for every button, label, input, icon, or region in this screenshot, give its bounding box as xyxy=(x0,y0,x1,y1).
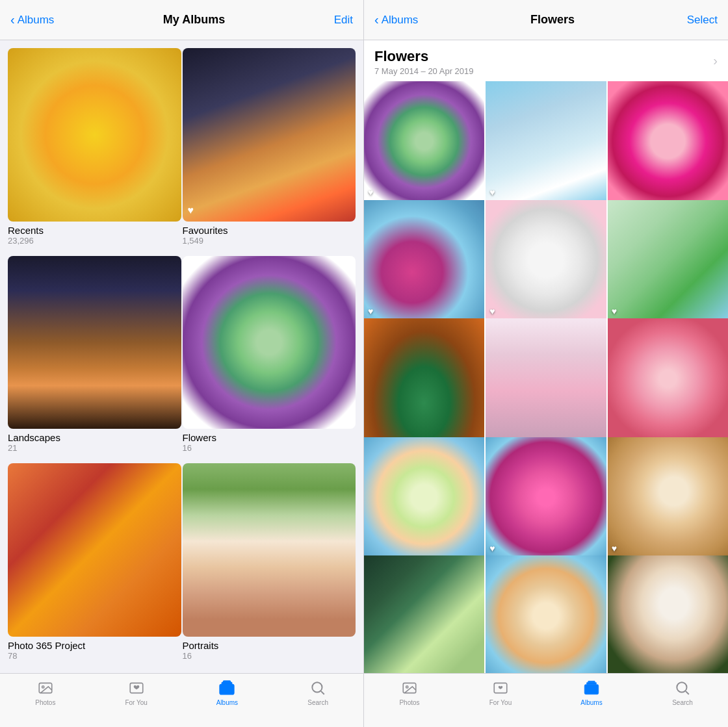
photos-grid: ♥ ♥ ♥ ♥ ♥ ♥ ♥ xyxy=(364,81,728,673)
photo-cell-6[interactable]: ♥ xyxy=(608,200,728,320)
left-nav-title: My Albums xyxy=(163,13,225,27)
search-icon-left xyxy=(309,679,327,697)
heart-icon-p5: ♥ xyxy=(489,306,495,316)
photo-cell-15[interactable] xyxy=(608,555,728,673)
left-back-label: Albums xyxy=(18,14,55,27)
left-tab-photos[interactable]: Photos xyxy=(0,679,91,706)
photo-cell-8[interactable] xyxy=(486,318,606,439)
left-tab-foryou-label: For You xyxy=(125,699,147,706)
right-foryou-icon xyxy=(491,679,510,697)
svg-point-9 xyxy=(406,686,408,688)
album-item-landscapes[interactable]: Landscapes 21 xyxy=(8,256,181,453)
right-chevron-left-icon: ‹ xyxy=(374,12,379,27)
album-thumb-portraits xyxy=(183,463,356,637)
left-tab-albums[interactable]: Albums xyxy=(182,679,273,706)
svg-point-1 xyxy=(42,686,44,688)
svg-line-15 xyxy=(686,691,689,695)
right-tab-foryou-label: For You xyxy=(489,699,512,706)
album-name-landscapes: Landscapes xyxy=(8,432,181,443)
left-tab-albums-label: Albums xyxy=(216,699,238,706)
albums-grid: Recents 23,296 ♥ Favourites 1,549 Landsc… xyxy=(0,40,363,673)
left-tab-search[interactable]: Search xyxy=(272,679,363,706)
album-count-portraits: 16 xyxy=(183,651,356,661)
flowers-chevron-right-icon[interactable]: › xyxy=(713,53,718,68)
right-panel: ‹ Albums Flowers Select Flowers 7 May 20… xyxy=(364,0,728,727)
heart-icon-p6: ♥ xyxy=(612,306,617,316)
right-tab-photos-label: Photos xyxy=(399,699,419,706)
svg-point-6 xyxy=(312,682,322,692)
right-search-icon xyxy=(673,679,692,697)
album-count-favourites: 1,549 xyxy=(183,236,356,246)
heart-icon-p11: ♥ xyxy=(489,543,495,554)
album-item-recents[interactable]: Recents 23,296 xyxy=(8,48,181,246)
svg-rect-3 xyxy=(220,685,235,695)
right-tab-albums[interactable]: Albums xyxy=(546,679,637,706)
heart-icon-p4: ♥ xyxy=(368,306,373,316)
svg-line-7 xyxy=(321,691,324,695)
photo-cell-14[interactable] xyxy=(486,555,606,673)
albums-icon-active xyxy=(218,679,236,697)
album-item-photo365[interactable]: Photo 365 Project 78 xyxy=(8,463,181,661)
right-tab-bar: Photos For You Albums xyxy=(364,673,728,727)
chevron-left-icon: ‹ xyxy=(10,12,15,27)
right-tab-foryou[interactable]: For You xyxy=(455,679,546,706)
photo-cell-11[interactable]: ♥ xyxy=(486,437,606,557)
heart-icon-p2: ♥ xyxy=(489,187,495,198)
photo-cell-9[interactable] xyxy=(608,318,728,439)
photos-icon xyxy=(36,679,55,697)
svg-rect-13 xyxy=(588,681,595,682)
left-tab-foryou[interactable]: For You xyxy=(91,679,182,706)
right-back-button[interactable]: ‹ Albums xyxy=(374,12,418,27)
photo-cell-10[interactable] xyxy=(364,437,484,557)
flowers-date-range: 7 May 2014 – 20 Apr 2019 xyxy=(374,66,474,76)
photo-cell-7[interactable] xyxy=(364,318,484,439)
album-name-favourites: Favourites xyxy=(183,225,356,236)
svg-rect-5 xyxy=(224,681,231,682)
photo-cell-12[interactable]: ♥ xyxy=(608,437,728,557)
album-item-flowers[interactable]: Flowers 16 xyxy=(183,256,356,453)
album-item-favourites[interactable]: ♥ Favourites 1,549 xyxy=(183,48,356,246)
photo-cell-2[interactable]: ♥ xyxy=(486,81,606,201)
photo-cell-1[interactable]: ♥ xyxy=(364,81,484,201)
album-name-flowers: Flowers xyxy=(183,432,356,443)
right-select-button[interactable]: Select xyxy=(687,14,718,27)
album-count-flowers: 16 xyxy=(183,443,356,453)
right-tab-search[interactable]: Search xyxy=(637,679,728,706)
svg-point-14 xyxy=(677,682,686,692)
left-edit-button[interactable]: Edit xyxy=(334,14,353,27)
svg-rect-12 xyxy=(586,682,596,684)
for-you-icon xyxy=(127,679,146,697)
right-albums-icon xyxy=(582,679,601,697)
heart-icon-p1: ♥ xyxy=(368,187,373,198)
photo-cell-5[interactable]: ♥ xyxy=(486,200,606,320)
left-panel: ‹ Albums My Albums Edit Recents 23,296 ♥… xyxy=(0,0,364,727)
album-name-recents: Recents xyxy=(8,225,181,236)
left-tab-bar: Photos For You Albums xyxy=(0,673,363,727)
photo-cell-13[interactable] xyxy=(364,555,484,673)
album-count-recents: 23,296 xyxy=(8,236,181,246)
heart-icon-favourites: ♥ xyxy=(188,205,194,216)
right-back-label: Albums xyxy=(382,14,419,27)
left-back-button[interactable]: ‹ Albums xyxy=(10,12,54,27)
album-thumb-recents xyxy=(8,48,181,222)
album-count-photo365: 78 xyxy=(8,651,181,661)
photo-cell-3[interactable] xyxy=(608,81,728,201)
photo-cell-4[interactable]: ♥ xyxy=(364,200,484,320)
svg-rect-11 xyxy=(584,685,599,695)
flowers-header: Flowers 7 May 2014 – 20 Apr 2019 › xyxy=(364,40,728,81)
album-thumb-favourites: ♥ xyxy=(183,48,356,222)
album-thumb-photo365 xyxy=(8,463,181,637)
flowers-album-title: Flowers xyxy=(374,48,474,65)
right-nav-bar: ‹ Albums Flowers Select xyxy=(364,0,728,40)
album-name-photo365: Photo 365 Project xyxy=(8,640,181,651)
right-tab-photos[interactable]: Photos xyxy=(364,679,455,706)
album-item-portraits[interactable]: Portraits 16 xyxy=(183,463,356,661)
album-thumb-flowers xyxy=(183,256,356,429)
right-tab-search-label: Search xyxy=(672,699,693,706)
album-count-landscapes: 21 xyxy=(8,443,181,453)
right-photos-icon xyxy=(400,679,419,697)
album-thumb-landscapes xyxy=(8,256,181,429)
left-nav-bar: ‹ Albums My Albums Edit xyxy=(0,0,363,40)
album-name-portraits: Portraits xyxy=(183,640,356,651)
flowers-header-text: Flowers 7 May 2014 – 20 Apr 2019 xyxy=(374,48,474,76)
